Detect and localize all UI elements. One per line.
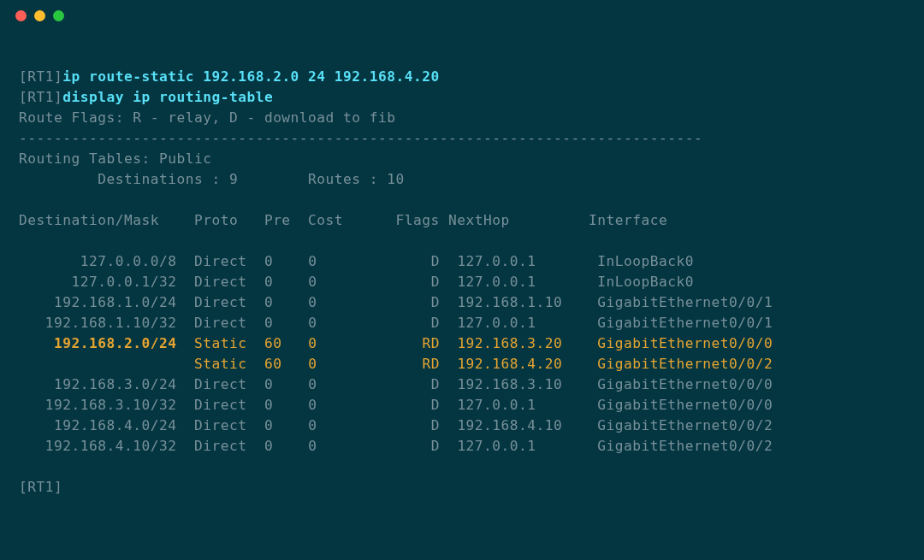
- prompt: [RT1]: [19, 89, 62, 105]
- route-nexthop: 192.168.3.20: [457, 335, 579, 351]
- close-icon[interactable]: [15, 10, 27, 21]
- window-titlebar: [0, 0, 924, 31]
- routing-counts: Destinations : 9 Routes : 10: [19, 171, 405, 187]
- route-destination: 192.168.4.0/24: [19, 417, 176, 433]
- route-flags: D: [405, 315, 440, 331]
- route-pre: 0: [264, 376, 291, 392]
- route-nexthop: 127.0.0.1: [457, 397, 579, 413]
- table-row: 192.168.2.0/24 Static 60 0 RD 192.168.3.…: [19, 333, 909, 354]
- route-destination: 192.168.3.0/24: [19, 376, 176, 392]
- zoom-icon[interactable]: [53, 10, 64, 21]
- table-row: 192.168.1.10/32 Direct 0 0 D 127.0.0.1 G…: [19, 313, 909, 333]
- route-cost: 0: [308, 397, 343, 413]
- route-pre: 0: [264, 417, 291, 433]
- table-row: 127.0.0.0/8 Direct 0 0 D 127.0.0.1 InLoo…: [19, 251, 909, 272]
- route-nexthop: 127.0.0.1: [457, 315, 579, 331]
- route-nexthop: 127.0.0.1: [457, 274, 579, 290]
- route-proto: Direct: [194, 315, 246, 331]
- route-cost: 0: [308, 315, 343, 331]
- route-flags: D: [405, 376, 440, 392]
- route-destination: 192.168.2.0/24: [19, 335, 176, 351]
- route-flags: D: [405, 253, 440, 269]
- route-proto: Direct: [194, 294, 246, 310]
- route-destination: 192.168.1.0/24: [19, 294, 176, 310]
- table-row: 127.0.0.1/32 Direct 0 0 D 127.0.0.1 InLo…: [19, 272, 909, 292]
- route-interface: GigabitEthernet0/0/2: [597, 356, 773, 372]
- route-pre: 0: [264, 274, 291, 290]
- route-destination: 192.168.3.10/32: [19, 397, 176, 413]
- route-flags: D: [405, 417, 440, 433]
- route-proto: Direct: [194, 438, 246, 454]
- table-row: 192.168.4.0/24 Direct 0 0 D 192.168.4.10…: [19, 416, 909, 436]
- route-cost: 0: [308, 335, 343, 351]
- route-nexthop: 192.168.3.10: [457, 376, 579, 392]
- command-line: display ip routing-table: [62, 89, 273, 105]
- terminal-output[interactable]: [RT1]ip route-static 192.168.2.0 24 192.…: [0, 31, 924, 498]
- route-proto: Direct: [194, 397, 246, 413]
- prompt: [RT1]: [19, 479, 62, 495]
- route-flags: D: [405, 274, 440, 290]
- table-row: 192.168.1.0/24 Direct 0 0 D 192.168.1.10…: [19, 292, 909, 313]
- columns-header: Destination/Mask Proto Pre Cost Flags Ne…: [19, 212, 667, 228]
- route-pre: 0: [264, 294, 291, 310]
- route-destination: 127.0.0.1/32: [19, 274, 176, 290]
- routing-tables-header: Routing Tables: Public: [19, 150, 211, 167]
- route-pre: 0: [264, 315, 291, 331]
- route-nexthop: 192.168.1.10: [457, 294, 579, 310]
- route-destination: [19, 356, 176, 372]
- route-flags: RD: [405, 335, 440, 351]
- command-line: ip route-static 192.168.2.0 24 192.168.4…: [62, 68, 440, 85]
- route-flags: D: [405, 294, 440, 310]
- table-row: Static 60 0 RD 192.168.4.20 GigabitEther…: [19, 354, 909, 374]
- route-proto: Direct: [194, 274, 246, 290]
- route-nexthop: 127.0.0.1: [457, 253, 579, 269]
- route-proto: Direct: [194, 376, 246, 392]
- route-destination: 127.0.0.0/8: [19, 253, 176, 269]
- table-row: 192.168.3.0/24 Direct 0 0 D 192.168.3.10…: [19, 374, 909, 395]
- route-nexthop: 127.0.0.1: [457, 438, 579, 454]
- route-interface: GigabitEthernet0/0/1: [597, 294, 773, 310]
- route-interface: GigabitEthernet0/0/2: [597, 438, 773, 454]
- route-destination: 192.168.1.10/32: [19, 315, 176, 331]
- route-interface: GigabitEthernet0/0/0: [597, 397, 773, 413]
- route-cost: 0: [308, 356, 343, 372]
- terminal-window: [RT1]ip route-static 192.168.2.0 24 192.…: [0, 0, 924, 560]
- route-pre: 0: [264, 397, 291, 413]
- table-row: 192.168.3.10/32 Direct 0 0 D 127.0.0.1 G…: [19, 395, 909, 416]
- route-proto: Static: [194, 356, 246, 372]
- route-flags: D: [405, 438, 440, 454]
- route-interface: InLoopBack0: [597, 274, 694, 290]
- route-flags: RD: [405, 356, 440, 372]
- route-nexthop: 192.168.4.20: [457, 356, 579, 372]
- route-cost: 0: [308, 253, 343, 269]
- route-interface: GigabitEthernet0/0/1: [597, 315, 773, 331]
- route-cost: 0: [308, 274, 343, 290]
- route-interface: InLoopBack0: [597, 253, 694, 269]
- minimize-icon[interactable]: [34, 10, 45, 21]
- route-pre: 60: [264, 335, 291, 351]
- route-proto: Direct: [194, 417, 246, 433]
- route-interface: GigabitEthernet0/0/2: [597, 417, 773, 433]
- route-interface: GigabitEthernet0/0/0: [597, 376, 773, 392]
- route-proto: Direct: [194, 253, 246, 269]
- route-cost: 0: [308, 294, 343, 310]
- prompt: [RT1]: [19, 68, 62, 85]
- route-cost: 0: [308, 438, 343, 454]
- route-interface: GigabitEthernet0/0/0: [597, 335, 773, 351]
- route-pre: 0: [264, 253, 291, 269]
- table-row: 192.168.4.10/32 Direct 0 0 D 127.0.0.1 G…: [19, 436, 909, 457]
- route-cost: 0: [308, 417, 343, 433]
- route-flags-legend: Route Flags: R - relay, D - download to …: [19, 109, 396, 126]
- route-destination: 192.168.4.10/32: [19, 438, 176, 454]
- route-pre: 60: [264, 356, 291, 372]
- route-pre: 0: [264, 438, 291, 454]
- route-nexthop: 192.168.4.10: [457, 417, 579, 433]
- route-cost: 0: [308, 376, 343, 392]
- route-flags: D: [405, 397, 440, 413]
- route-proto: Static: [194, 335, 246, 351]
- separator-line: ----------------------------------------…: [19, 130, 702, 146]
- routing-table-body: 127.0.0.0/8 Direct 0 0 D 127.0.0.1 InLoo…: [19, 251, 909, 457]
